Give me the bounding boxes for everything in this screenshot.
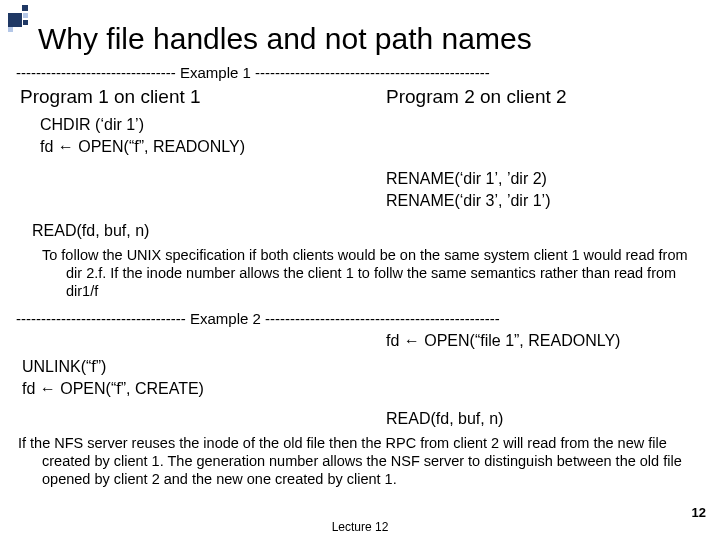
program-1-heading: Program 1 on client 1 — [20, 86, 201, 108]
code-read-1: READ(fd, buf, n) — [32, 222, 149, 240]
code-rename-1: RENAME(‘dir 1’, ’dir 2) — [386, 170, 547, 188]
example-1-explanation: To follow the UNIX specification if both… — [42, 246, 692, 300]
lecture-label: Lecture 12 — [0, 520, 720, 534]
code-chdir: CHDIR (‘dir 1’) — [40, 116, 144, 134]
example-2-explanation: If the NFS server reuses the inode of th… — [18, 434, 700, 488]
code-fd-open-create: fd ← OPEN(“f”, CREATE) — [22, 380, 204, 398]
code-read-2: READ(fd, buf, n) — [386, 410, 503, 428]
example-2-divider: ---------------------------------- Examp… — [16, 310, 704, 327]
slide: Why file handles and not path names ----… — [0, 0, 720, 540]
code-fd-open-file1: fd ← OPEN(“file 1”, READONLY) — [386, 332, 620, 350]
slide-title: Why file handles and not path names — [38, 22, 532, 56]
program-2-heading: Program 2 on client 2 — [386, 86, 567, 108]
code-unlink: UNLINK(“f”) — [22, 358, 106, 376]
page-number: 12 — [692, 505, 706, 520]
corner-decoration — [8, 5, 36, 33]
example-1-divider: -------------------------------- Example… — [16, 64, 704, 81]
code-rename-2: RENAME(‘dir 3’, ’dir 1’) — [386, 192, 550, 210]
code-fd-open-readonly: fd ← OPEN(“f”, READONLY) — [40, 138, 245, 156]
